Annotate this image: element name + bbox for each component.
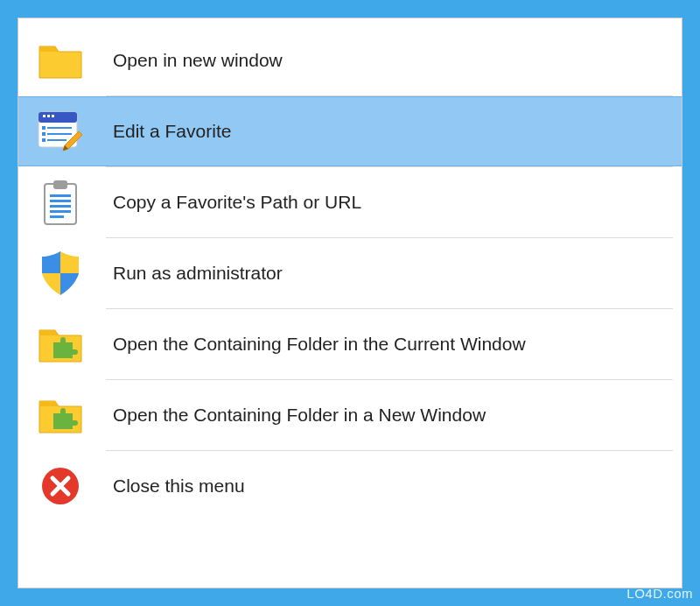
menu-item-label: Open the Containing Folder in a New Wind…: [87, 405, 486, 426]
svg-rect-9: [42, 138, 46, 142]
svg-rect-13: [50, 194, 71, 197]
folder-puzzle-icon: [34, 389, 87, 441]
svg-rect-2: [43, 115, 46, 117]
svg-rect-4: [52, 115, 54, 117]
menu-list: Open in new window: [18, 18, 682, 521]
svg-rect-7: [42, 132, 46, 136]
watermark-text: LO4D.com: [626, 586, 693, 601]
menu-item-open-new-window[interactable]: Open in new window: [18, 25, 682, 95]
svg-rect-15: [50, 205, 71, 208]
svg-rect-12: [53, 180, 67, 189]
svg-rect-10: [47, 139, 66, 141]
svg-rect-6: [47, 127, 72, 129]
close-icon: [34, 460, 87, 512]
svg-rect-8: [47, 133, 72, 135]
menu-item-label: Close this menu: [87, 476, 245, 497]
svg-rect-3: [47, 115, 50, 117]
menu-item-open-containing-current[interactable]: Open the Containing Folder in the Curren…: [18, 309, 682, 379]
clipboard-icon: [34, 176, 87, 229]
svg-rect-17: [50, 215, 64, 218]
folder-puzzle-icon: [34, 318, 87, 370]
folder-icon: [34, 34, 87, 87]
edit-favorite-icon: [34, 105, 87, 158]
svg-rect-11: [45, 184, 76, 224]
menu-item-label: Edit a Favorite: [87, 121, 231, 142]
menu-item-run-admin[interactable]: Run as administrator: [18, 238, 682, 308]
menu-item-label: Run as administrator: [87, 263, 283, 284]
context-menu: Open in new window: [18, 18, 682, 588]
svg-rect-16: [50, 210, 71, 213]
menu-item-label: Open the Containing Folder in the Curren…: [87, 334, 526, 355]
menu-item-edit-favorite[interactable]: Edit a Favorite: [18, 96, 682, 166]
shield-icon: [34, 247, 87, 299]
svg-rect-14: [50, 200, 71, 202]
menu-item-open-containing-new[interactable]: Open the Containing Folder in a New Wind…: [18, 380, 682, 450]
svg-rect-5: [42, 126, 46, 130]
menu-item-label: Copy a Favorite's Path or URL: [87, 192, 361, 213]
menu-item-close-menu[interactable]: Close this menu: [18, 451, 682, 521]
menu-item-copy-path[interactable]: Copy a Favorite's Path or URL: [18, 167, 682, 237]
menu-item-label: Open in new window: [87, 50, 283, 71]
